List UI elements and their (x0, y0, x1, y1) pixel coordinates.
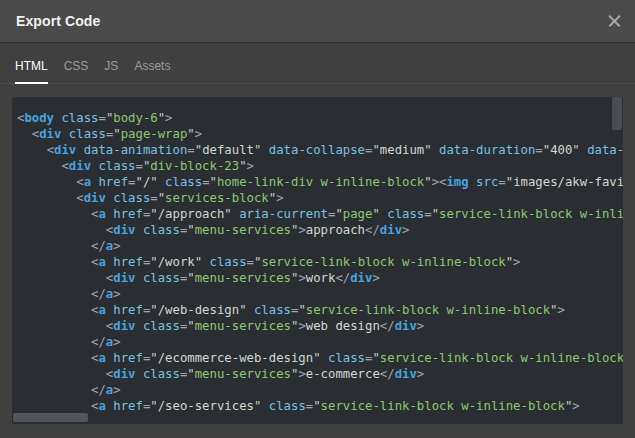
dialog-title: Export Code (16, 13, 100, 29)
code-line: </a> (17, 238, 623, 254)
code-editor[interactable]: <body class="body-6"> <div class="page-w… (12, 97, 623, 424)
close-icon[interactable] (599, 0, 627, 43)
code-line: </a> (17, 286, 623, 302)
code-line: <div class="menu-services">work</div> (17, 270, 623, 286)
tab-assets[interactable]: Assets (134, 59, 170, 84)
export-code-dialog: Export Code HTMLCSSJSAssets <body class=… (0, 0, 635, 438)
code-line: <div class="div-block-23"> (17, 158, 623, 174)
code-line: <a href="/approach" aria-current="page" … (17, 206, 623, 222)
code-line: <a href="/web-design" class="service-lin… (17, 302, 623, 318)
tab-html[interactable]: HTML (15, 59, 48, 84)
code-content: <body class="body-6"> <div class="page-w… (12, 97, 623, 414)
tab-bar: HTMLCSSJSAssets (0, 43, 635, 84)
code-line: <div class="page-wrap"> (17, 126, 623, 142)
code-line: <a href="/work" class="service-link-bloc… (17, 254, 623, 270)
code-line: <a href="/seo-services" class="service-l… (17, 398, 623, 414)
horizontal-scrollbar[interactable] (13, 413, 88, 422)
vertical-scrollbar[interactable] (612, 97, 622, 130)
code-line: <a href="/ecommerce-web-design" class="s… (17, 350, 623, 366)
code-line: <div class="menu-services">e-commerce</d… (17, 366, 623, 382)
tab-css[interactable]: CSS (64, 59, 89, 84)
dialog-header: Export Code (0, 0, 635, 43)
code-line: <body class="body-6"> (17, 110, 623, 126)
code-line: </a> (17, 382, 623, 398)
code-line: <div class="services-block"> (17, 190, 623, 206)
code-line: <div class="menu-services">approach</div… (17, 222, 623, 238)
code-line: </a> (17, 334, 623, 350)
tab-js[interactable]: JS (104, 59, 118, 84)
code-line: <div data-animation="default" data-colla… (17, 142, 623, 158)
code-line: <div class="menu-services">web design</d… (17, 318, 623, 334)
code-line: <a href="/" class="home-link-div w-inlin… (17, 174, 623, 190)
